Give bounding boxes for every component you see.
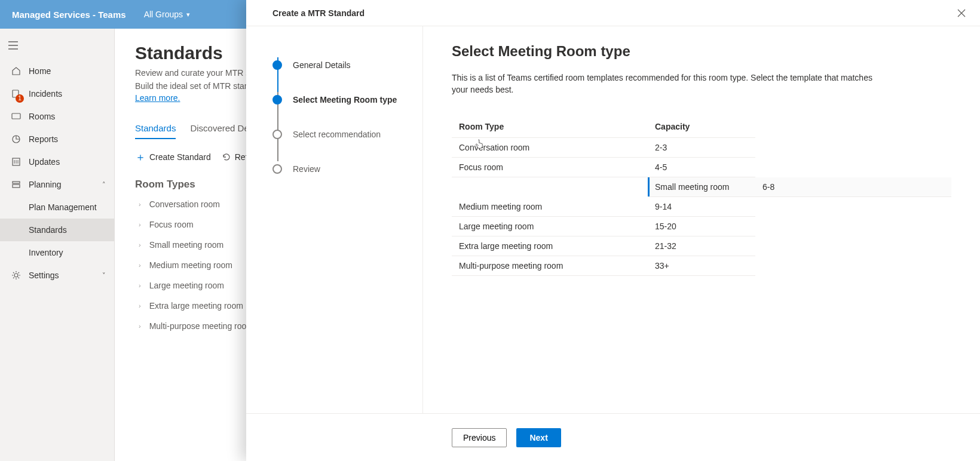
sidebar-item-label: Rooms [29,112,55,121]
gear-icon [11,270,22,281]
content-heading: Select Meeting Room type [452,43,951,60]
table-row[interactable]: Focus room 4-5 [452,158,951,177]
dialog-title: Create a MTR Standard [272,8,365,18]
step-label: Review [293,164,320,174]
sidebar-item-inventory[interactable]: Inventory [0,241,114,264]
svg-point-6 [14,273,18,277]
sidebar-item-label: Home [29,66,51,76]
room-type-label: Medium meeting room [149,260,232,270]
table-row[interactable]: Conversation room 2-3 [452,138,951,158]
home-icon [11,66,22,76]
table-row[interactable]: Extra large meeting room 21-32 [452,236,951,256]
room-type-label: Extra large meeting room [149,301,243,311]
previous-button[interactable]: Previous [452,428,507,447]
chevron-right-icon: › [139,282,141,289]
close-button[interactable] [954,5,969,21]
next-button[interactable]: Next [516,428,561,447]
reports-icon [11,134,22,145]
cell-type: Extra large meeting room [452,236,648,256]
chevron-down-icon: ˅ [102,272,106,279]
cell-capacity: 21-32 [648,236,755,256]
sidebar-item-settings[interactable]: Settings ˅ [0,264,114,287]
col-capacity: Capacity [648,116,755,138]
step-review[interactable]: Review [272,152,422,186]
chevron-right-icon: › [139,221,141,228]
svg-rect-1 [12,113,20,119]
room-type-label: Large meeting room [149,281,224,290]
sidebar-item-planning[interactable]: Planning ˄ [0,173,114,196]
sidebar-item-plan-management[interactable]: Plan Management [0,196,114,219]
step-dot-icon [272,60,282,70]
hamburger-button[interactable] [4,36,23,55]
planning-icon [11,179,22,190]
sidebar-item-standards[interactable]: Standards [0,219,114,241]
wizard-stepper: General Details Select Meeting Room type… [246,26,423,413]
room-type-label: Focus room [149,220,194,229]
table-row[interactable]: Large meeting room 15-20 [452,217,951,236]
create-standard-dialog: Create a MTR Standard General Details Se… [246,0,980,461]
room-type-label: Small meeting room [149,240,224,250]
updates-icon [11,156,22,167]
cell-capacity: 6-8 [755,177,951,197]
room-type-label: Conversation room [149,199,220,209]
refresh-icon [222,152,231,162]
cell-type: Conversation room [452,138,648,158]
table-row-selected[interactable]: Small meeting room 6-8 [452,177,951,197]
cell-type: Focus room [452,158,648,177]
cell-type: Multi-purpose meeting room [452,256,648,276]
cell-capacity: 4-5 [648,158,755,177]
chevron-right-icon: › [139,322,141,330]
chevron-down-icon: ▾ [186,11,190,19]
cell-capacity: 2-3 [648,138,755,158]
step-general-details[interactable]: General Details [272,48,422,82]
chevron-right-icon: › [139,201,141,208]
sidebar-item-incidents[interactable]: 1 Incidents [0,82,114,105]
rooms-icon [11,111,22,122]
create-standard-button[interactable]: ＋ Create Standard [135,150,211,164]
svg-rect-5 [13,185,20,188]
step-label: Select Meeting Room type [293,95,397,105]
plus-icon: ＋ [135,150,146,164]
table-row[interactable]: Multi-purpose meeting room 33+ [452,256,951,276]
tab-standards[interactable]: Standards [135,123,176,139]
step-dot-icon [272,130,282,139]
sidebar-item-label: Incidents [29,89,62,99]
table-row[interactable]: Medium meeting room 9-14 [452,197,951,217]
dialog-header: Create a MTR Standard [246,0,980,26]
sidebar-item-label: Inventory [29,248,63,257]
dialog-footer: Previous Next [246,413,980,461]
step-label: General Details [293,60,351,70]
step-dot-icon [272,95,282,105]
content-description: This is a list of Teams certified room t… [452,72,882,96]
cell-capacity: 9-14 [648,197,755,217]
groups-label: All Groups [144,10,183,19]
cell-type: Large meeting room [452,217,648,236]
step-select-recommendation[interactable]: Select recommendation [272,117,422,152]
chevron-up-icon: ˄ [102,181,106,189]
app-title: Managed Services - Teams [12,10,126,20]
sidebar-item-reports[interactable]: Reports [0,128,114,150]
step-label: Select recommendation [293,130,381,139]
sidebar-item-rooms[interactable]: Rooms [0,105,114,128]
groups-dropdown[interactable]: All Groups ▾ [144,10,190,19]
chevron-right-icon: › [139,302,141,309]
step-select-room-type[interactable]: Select Meeting Room type [272,82,422,117]
learn-more-link[interactable]: Learn more. [135,93,180,103]
cell-capacity: 15-20 [648,217,755,236]
create-standard-label: Create Standard [149,152,211,162]
sidebar-item-label: Reports [29,134,58,144]
cell-capacity: 33+ [648,256,755,276]
sidebar-item-home[interactable]: Home [0,60,114,82]
sidebar-item-label: Plan Management [29,202,97,212]
cell-type: Small meeting room [648,177,755,197]
sidebar-item-label: Standards [29,225,67,235]
svg-rect-4 [13,182,20,183]
cell-type: Medium meeting room [452,197,648,217]
sidebar: Home 1 Incidents Rooms Reports Upd [0,29,115,461]
sidebar-item-updates[interactable]: Updates [0,150,114,173]
room-type-label: Multi-purpose meeting room [149,321,253,331]
dialog-content: Select Meeting Room type This is a list … [423,26,980,413]
chevron-right-icon: › [139,241,141,248]
room-type-table: Room Type Capacity Conversation room 2-3… [452,116,951,276]
step-dot-icon [272,164,282,174]
